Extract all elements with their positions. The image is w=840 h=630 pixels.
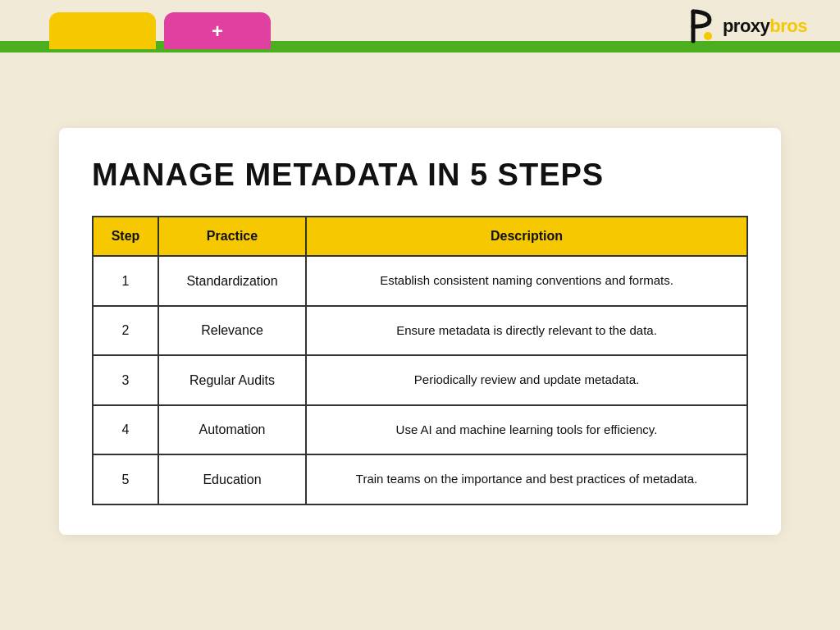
table-row: 4AutomationUse AI and machine learning t… — [93, 405, 747, 455]
cell-practice: Automation — [158, 405, 306, 455]
cell-description: Periodically review and update metadata. — [306, 355, 747, 405]
cell-step: 2 — [93, 306, 158, 356]
main-card: MANAGE METADATA IN 5 STEPS Step Practice… — [59, 128, 781, 535]
brand-bros: bros — [769, 16, 807, 36]
svg-point-0 — [704, 32, 712, 40]
table-row: 1StandardizationEstablish consistent nam… — [93, 256, 747, 306]
table-row: 3Regular AuditsPeriodically review and u… — [93, 355, 747, 405]
tab-pink: + — [164, 12, 271, 49]
brand-logo-icon — [687, 8, 716, 44]
cell-step: 4 — [93, 405, 158, 455]
page-title: MANAGE METADATA IN 5 STEPS — [92, 158, 748, 193]
cell-description: Train teams on the importance and best p… — [306, 454, 747, 504]
header-step: Step — [93, 217, 158, 256]
cell-practice: Standardization — [158, 256, 306, 306]
cell-step: 3 — [93, 355, 158, 405]
tab-yellow — [49, 12, 156, 49]
cell-description: Establish consistent naming conventions … — [306, 256, 747, 306]
page-wrapper: + proxybros MANAGE METADATA IN 5 STEPS S… — [0, 0, 840, 630]
cell-step: 1 — [93, 256, 158, 306]
table-row: 2RelevanceEnsure metadata is directly re… — [93, 306, 747, 356]
tab-plus-icon: + — [212, 20, 223, 43]
header-practice: Practice — [158, 217, 306, 256]
cell-step: 5 — [93, 454, 158, 504]
cell-practice: Education — [158, 454, 306, 504]
cell-practice: Relevance — [158, 306, 306, 356]
cell-practice: Regular Audits — [158, 355, 306, 405]
brand-proxy: proxy — [723, 16, 769, 36]
table-header-row: Step Practice Description — [93, 217, 747, 256]
cell-description: Use AI and machine learning tools for ef… — [306, 405, 747, 455]
brand: proxybros — [687, 8, 807, 44]
table-row: 5EducationTrain teams on the importance … — [93, 454, 747, 504]
header-description: Description — [306, 217, 747, 256]
brand-name: proxybros — [723, 16, 807, 37]
cell-description: Ensure metadata is directly relevant to … — [306, 306, 747, 356]
metadata-table: Step Practice Description 1Standardizati… — [92, 216, 748, 505]
